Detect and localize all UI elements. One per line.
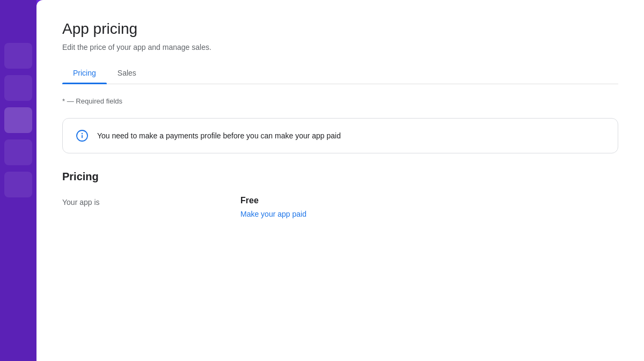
svg-point-1 [82,133,83,134]
make-app-paid-link[interactable]: Make your app paid [240,210,306,218]
app-price-value: Free [240,196,306,205]
sidebar-item-4[interactable] [4,139,32,165]
sidebar-item-2[interactable] [4,75,32,101]
info-banner-text: You need to make a payments profile befo… [97,131,341,140]
sidebar [0,0,36,361]
sidebar-item-3[interactable] [4,107,32,133]
page-title: App pricing [62,19,618,39]
app-is-label: Your app is [62,196,223,207]
tabs-bar: Pricing Sales [62,62,618,84]
info-icon [76,129,89,142]
sidebar-item-1[interactable] [4,43,32,69]
svg-rect-2 [82,135,83,138]
required-note: * — Required fields [62,97,618,105]
tab-sales[interactable]: Sales [107,62,147,84]
page-subtitle: Edit the price of your app and manage sa… [62,43,618,51]
sidebar-item-5[interactable] [4,172,32,197]
pricing-section-title: Pricing [62,171,618,183]
info-banner: You need to make a payments profile befo… [62,118,618,153]
tab-pricing[interactable]: Pricing [62,62,107,84]
main-content: App pricing Edit the price of your app a… [36,0,644,361]
app-pricing-row: Your app is Free Make your app paid [62,196,618,218]
app-is-value-col: Free Make your app paid [240,196,306,218]
